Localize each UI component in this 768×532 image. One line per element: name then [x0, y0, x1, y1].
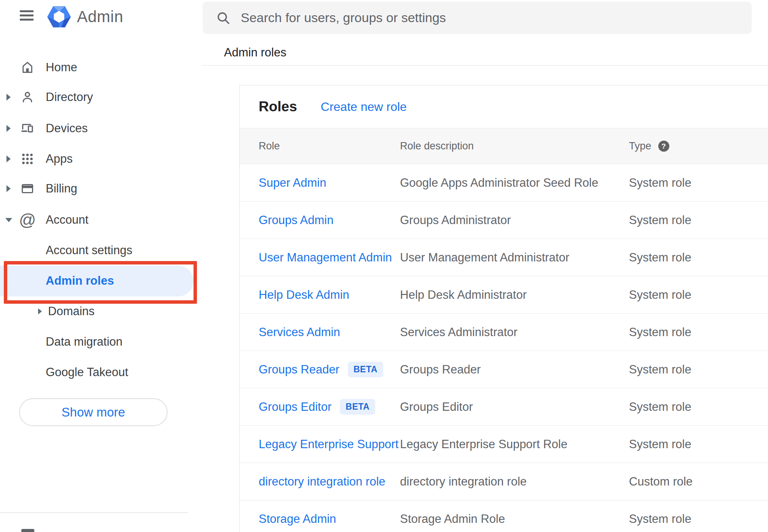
sidebar-item-label: Domains [48, 304, 94, 318]
role-link[interactable]: Storage Admin [259, 512, 336, 526]
beta-badge: BETA [348, 362, 383, 377]
sidebar-item-account[interactable]: @ Account [0, 205, 197, 235]
header-divider [202, 65, 768, 66]
sidebar-item-label: Apps [46, 152, 73, 166]
table-row: Legacy Enterprise Support Legacy Enterpr… [240, 426, 768, 463]
devices-icon [20, 121, 35, 136]
show-more-label: Show more [62, 405, 125, 420]
home-icon [20, 60, 35, 75]
roles-card: Roles Create new role Role Role descript… [239, 85, 768, 532]
table-row: Super Admin Google Apps Administrator Se… [240, 164, 768, 202]
table-column-header: Role Role description Type ? [240, 128, 768, 164]
sidebar-item-directory[interactable]: Directory [0, 82, 197, 112]
role-type: System role [629, 288, 768, 302]
sidebar-item-label: Admin roles [46, 274, 114, 288]
role-type: System role [629, 325, 768, 339]
breadcrumb: Admin roles [224, 46, 286, 59]
sidebar-item-domains[interactable]: Domains [0, 296, 197, 327]
role-type: System role [629, 176, 768, 190]
role-description: Help Desk Administrator [400, 288, 629, 302]
sidebar-item-label: Directory [46, 90, 93, 104]
sidebar-item-label: Data migration [46, 335, 123, 349]
help-icon[interactable]: ? [658, 141, 669, 152]
role-type: System role [629, 363, 768, 377]
role-description: Groups Reader [400, 363, 629, 377]
collapse-arrow-icon[interactable] [5, 218, 12, 222]
role-link[interactable]: Groups Reader [259, 363, 339, 377]
show-more-button[interactable]: Show more [19, 398, 168, 426]
role-link[interactable]: Services Admin [259, 325, 340, 339]
person-icon [20, 90, 35, 105]
hamburger-menu-icon[interactable] [20, 10, 34, 21]
role-type: System role [629, 251, 768, 264]
role-type: System role [629, 437, 768, 451]
search-input[interactable] [241, 10, 728, 25]
role-description: Services Administrator [400, 325, 629, 339]
column-role-description: Role description [400, 140, 629, 152]
role-type: System role [629, 213, 768, 227]
sidebar-divider [0, 512, 188, 513]
column-type-label: Type [629, 140, 651, 152]
role-type: System role [629, 512, 768, 526]
role-type: System role [629, 400, 768, 414]
role-link[interactable]: Groups Admin [259, 213, 333, 227]
at-sign-icon: @ [20, 212, 35, 228]
sidebar-item-label: Home [46, 61, 77, 74]
role-link[interactable]: directory integration role [259, 475, 386, 489]
role-link[interactable]: Super Admin [259, 176, 326, 190]
role-description: Groups Administrator [400, 213, 629, 227]
credit-card-icon [20, 181, 35, 196]
role-type: Custom role [629, 475, 768, 489]
role-link[interactable]: Legacy Enterprise Support [259, 437, 398, 451]
brand-title: Admin [77, 8, 123, 26]
expand-arrow-icon[interactable] [6, 125, 11, 132]
table-row: User Management Admin User Management Ad… [240, 239, 768, 276]
role-description: User Management Administrator [400, 251, 629, 264]
table-row: Services Admin Services Administrator Sy… [240, 314, 768, 351]
sidebar-item-apps[interactable]: Apps [0, 144, 197, 174]
support-icon[interactable] [21, 529, 34, 532]
role-link[interactable]: User Management Admin [259, 251, 392, 264]
table-row: Storage Admin Storage Admin Role System … [240, 500, 768, 532]
sidebar-item-label: Devices [46, 122, 88, 135]
role-description: Google Apps Administrator Seed Role [400, 176, 629, 190]
table-row: directory integration role directory int… [240, 463, 768, 500]
role-description: directory integration role [400, 475, 629, 489]
sidebar-item-admin-roles[interactable]: Admin roles [0, 266, 197, 296]
search-bar[interactable] [203, 2, 752, 34]
sidebar-item-label: Google Takeout [46, 365, 128, 379]
apps-grid-icon [20, 151, 35, 167]
role-description: Groups Editor [400, 400, 629, 414]
role-description: Legacy Enterprise Support Role [400, 437, 629, 451]
create-new-role-link[interactable]: Create new role [321, 100, 407, 114]
table-row: Groups Reader BETA Groups Reader System … [240, 351, 768, 388]
sidebar: Admin Home Directory [0, 0, 197, 532]
sidebar-item-account-settings[interactable]: Account settings [0, 235, 197, 266]
column-role: Role [240, 140, 400, 152]
expand-arrow-icon[interactable] [6, 155, 11, 162]
table-row: Groups Admin Groups Administrator System… [240, 202, 768, 239]
sidebar-item-devices[interactable]: Devices [0, 113, 197, 144]
sidebar-item-data-migration[interactable]: Data migration [0, 327, 197, 357]
sidebar-item-label: Account settings [46, 244, 132, 257]
role-link[interactable]: Help Desk Admin [259, 288, 349, 302]
admin-console: Admin Home Directory [0, 0, 768, 532]
search-icon [216, 10, 231, 26]
sidebar-item-home[interactable]: Home [0, 52, 197, 83]
page-title: Roles [259, 99, 297, 115]
table-row: Groups Editor BETA Groups Editor System … [240, 388, 768, 426]
role-description: Storage Admin Role [400, 512, 629, 526]
table-row: Help Desk Admin Help Desk Administrator … [240, 276, 768, 314]
sidebar-item-google-takeout[interactable]: Google Takeout [0, 357, 197, 388]
expand-arrow-icon[interactable] [6, 94, 11, 101]
sidebar-item-label: Account [46, 213, 88, 227]
expand-arrow-icon[interactable] [38, 308, 42, 314]
beta-badge: BETA [340, 399, 375, 415]
roles-card-header: Roles Create new role [240, 85, 768, 128]
sidebar-item-billing[interactable]: Billing [0, 173, 197, 204]
role-link[interactable]: Groups Editor [259, 400, 331, 414]
admin-logo-icon [47, 6, 71, 29]
column-type: Type ? [629, 140, 768, 152]
expand-arrow-icon[interactable] [6, 185, 11, 192]
sidebar-item-label: Billing [46, 182, 77, 195]
